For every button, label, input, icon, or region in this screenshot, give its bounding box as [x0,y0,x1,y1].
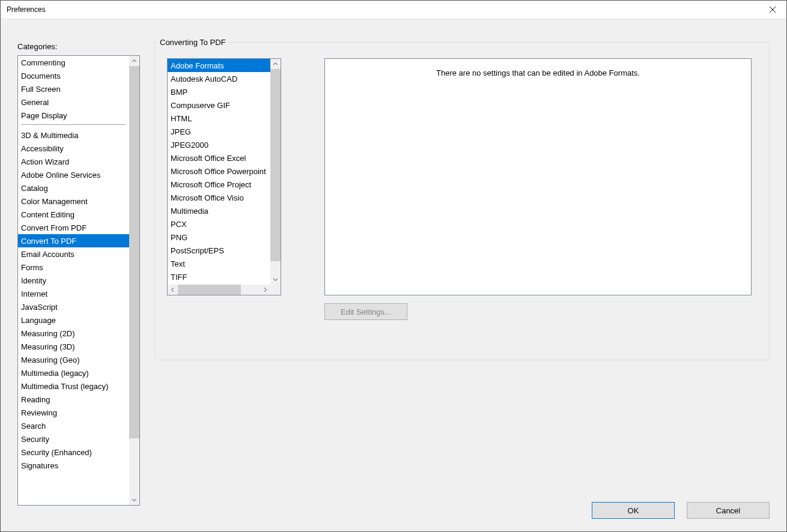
format-item[interactable]: Adobe Formats [168,59,270,72]
format-item[interactable]: BMP [168,85,270,98]
settings-message: There are no settings that can be edited… [436,68,640,77]
formats-vscrollbar[interactable] [270,59,281,285]
edit-settings-button: Edit Settings... [324,303,407,320]
scrollbar-thumb[interactable] [270,69,281,261]
cancel-button[interactable]: Cancel [687,502,770,519]
scrollbar-thumb[interactable] [129,66,139,438]
format-item[interactable]: TIFF [168,270,270,283]
group-title: Converting To PDF [157,38,228,47]
scrollbar-corner [270,285,281,295]
format-item[interactable]: Compuserve GIF [168,98,270,112]
close-button[interactable] [759,1,786,19]
category-item[interactable]: Full Screen [18,82,129,95]
category-item[interactable]: Signatures [18,459,129,472]
category-item[interactable]: Identity [18,274,129,287]
format-item[interactable]: Microsoft Office Visio [168,191,270,204]
format-item[interactable]: Microsoft Office Excel [168,151,270,165]
scroll-down-icon[interactable] [270,274,281,285]
format-item[interactable]: Microsoft Office Powerpoint [168,165,270,178]
scroll-right-icon[interactable] [260,285,270,295]
window-title: Preferences [7,5,46,14]
category-item[interactable]: Commenting [18,56,129,69]
category-item[interactable]: Catalog [18,181,129,195]
category-item[interactable]: Measuring (3D) [18,340,129,353]
category-item[interactable]: Forms [18,261,129,274]
category-item[interactable]: JavaScript [18,300,129,313]
settings-panel: There are no settings that can be edited… [324,58,752,295]
scrollbar-thumb[interactable] [178,285,241,295]
category-item[interactable]: Reading [18,393,129,406]
category-item[interactable]: Color Management [18,195,129,208]
format-item[interactable]: JPEG2000 [168,138,270,151]
category-item[interactable]: Documents [18,69,129,82]
scroll-up-icon[interactable] [270,59,281,69]
titlebar: Preferences [1,1,786,19]
format-item[interactable]: Text [168,257,270,270]
category-item[interactable]: 3D & Multimedia [18,128,129,142]
category-item[interactable]: Content Editing [18,208,129,221]
converting-to-pdf-group: Converting To PDF Adobe FormatsAutodesk … [154,42,770,360]
format-item[interactable]: HTML [168,112,270,125]
category-item[interactable]: Accessibility [18,142,129,155]
category-item[interactable]: Search [18,419,129,432]
category-item[interactable]: Reviewing [18,406,129,419]
ok-button[interactable]: OK [592,502,675,519]
format-item[interactable]: PNG [168,231,270,244]
format-item[interactable]: Autodesk AutoCAD [168,72,270,85]
scroll-left-icon[interactable] [168,285,178,295]
category-item[interactable]: Convert To PDF [18,234,129,247]
category-item[interactable]: Security (Enhanced) [18,446,129,459]
categories-label: Categories: [17,42,57,51]
category-item[interactable]: Page Display [18,109,129,122]
category-item[interactable]: Convert From PDF [18,221,129,234]
formats-listbox[interactable]: Adobe FormatsAutodesk AutoCADBMPCompuser… [167,58,281,295]
categories-scrollbar[interactable] [129,56,139,505]
category-item[interactable]: Security [18,432,129,446]
format-item[interactable]: JPEG [168,125,270,138]
category-item[interactable]: Internet [18,287,129,300]
format-item[interactable]: PCX [168,217,270,231]
format-item[interactable]: Multimedia [168,204,270,217]
content-area: Categories: CommentingDocumentsFull Scre… [1,19,786,532]
scroll-down-icon[interactable] [129,495,139,505]
category-item[interactable]: Multimedia (legacy) [18,366,129,379]
format-item[interactable]: PostScript/EPS [168,244,270,257]
category-item[interactable]: Email Accounts [18,247,129,261]
close-icon [770,7,776,13]
category-divider [21,124,126,125]
category-item[interactable]: Language [18,313,129,327]
category-item[interactable]: Adobe Online Services [18,168,129,181]
formats-hscrollbar[interactable] [168,285,270,295]
format-item[interactable]: Microsoft Office Project [168,178,270,191]
category-item[interactable]: Measuring (2D) [18,327,129,340]
scroll-up-icon[interactable] [129,56,139,66]
category-item[interactable]: Action Wizard [18,155,129,168]
category-item[interactable]: Measuring (Geo) [18,353,129,366]
dialog-buttons: OK Cancel [592,502,770,519]
category-item[interactable]: General [18,95,129,109]
category-item[interactable]: Multimedia Trust (legacy) [18,379,129,393]
categories-listbox[interactable]: CommentingDocumentsFull ScreenGeneralPag… [17,55,140,506]
